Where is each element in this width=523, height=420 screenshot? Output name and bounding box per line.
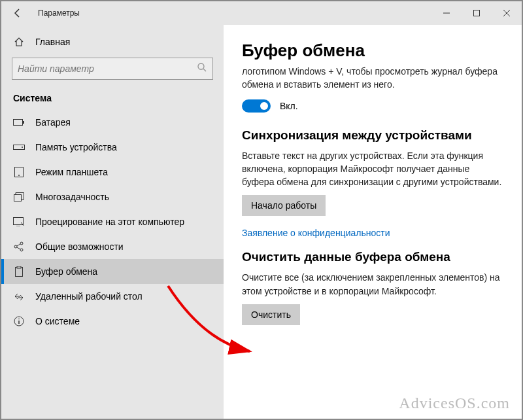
clear-button[interactable]: Очистить: [242, 304, 300, 325]
toggle-label: Вкл.: [280, 101, 298, 111]
maximize-button[interactable]: [462, 1, 492, 25]
clipboard-icon: [13, 266, 25, 277]
minimize-button[interactable]: [431, 1, 462, 25]
main-panel: Буфер обмена логотипом Windows + V, чтоб…: [224, 25, 522, 419]
window-title: Параметры: [29, 9, 80, 18]
search-input[interactable]: [18, 63, 197, 74]
sidebar-item-shared[interactable]: Общие возможности: [1, 234, 224, 259]
svg-point-16: [20, 249, 23, 251]
sidebar-item-label: Буфер обмена: [35, 266, 97, 277]
clear-desc: Очистите все (за исключением закрепленны…: [242, 271, 503, 298]
sidebar-item-label: Режим планшета: [35, 167, 108, 177]
search-input-container[interactable]: [12, 58, 213, 80]
sidebar-item-label: О системе: [35, 316, 80, 326]
storage-icon: [13, 143, 25, 151]
sync-heading: Синхронизация между устройствами: [242, 128, 503, 143]
svg-rect-12: [14, 195, 22, 201]
clear-heading: Очистить данные буфера обмена: [242, 250, 503, 264]
sidebar-item-storage[interactable]: Память устройства: [1, 135, 224, 160]
svg-point-4: [198, 63, 204, 69]
sidebar-item-about[interactable]: О системе: [1, 309, 224, 334]
sidebar-section-label: Система: [1, 90, 224, 110]
sidebar-item-label: Память устройства: [35, 142, 117, 152]
shared-icon: [13, 241, 25, 252]
svg-point-15: [20, 242, 23, 245]
sidebar-item-projecting[interactable]: Проецирование на этот компьютер: [1, 209, 224, 234]
remote-icon: [13, 291, 25, 302]
svg-line-5: [203, 69, 206, 71]
projecting-icon: [13, 217, 25, 226]
close-button[interactable]: [492, 1, 522, 25]
svg-rect-19: [16, 268, 23, 277]
page-title: Буфер обмена: [242, 41, 503, 61]
sidebar-item-multitasking[interactable]: Многозадачность: [1, 184, 224, 209]
clipboard-history-toggle[interactable]: [242, 99, 271, 113]
sidebar-item-clipboard[interactable]: Буфер обмена: [1, 259, 224, 284]
home-icon: [13, 37, 25, 47]
sidebar-item-tablet[interactable]: Режим планшета: [1, 160, 224, 184]
sidebar-item-label: Многозадачность: [35, 192, 109, 202]
svg-line-18: [17, 247, 20, 249]
svg-point-9: [22, 147, 23, 148]
sidebar-home[interactable]: Главная: [1, 34, 224, 56]
sidebar-item-battery[interactable]: Батарея: [1, 110, 224, 135]
get-started-button[interactable]: Начало работы: [242, 195, 326, 216]
back-button[interactable]: [7, 2, 29, 24]
sidebar-item-label: Батарея: [35, 117, 71, 128]
svg-point-11: [18, 175, 20, 176]
sidebar-item-remote[interactable]: Удаленный рабочий стол: [1, 284, 224, 309]
info-icon: [13, 316, 25, 326]
search-icon: [197, 62, 207, 75]
svg-rect-7: [23, 121, 24, 124]
sidebar-item-label: Удаленный рабочий стол: [35, 291, 143, 302]
svg-rect-1: [474, 10, 480, 16]
sidebar-item-label: Общие возможности: [35, 241, 124, 252]
sidebar-home-label: Главная: [35, 37, 70, 47]
svg-rect-6: [14, 120, 23, 126]
multitasking-icon: [13, 192, 25, 201]
svg-point-23: [18, 319, 20, 320]
sidebar: Главная Система Батарея Память устройств…: [1, 25, 224, 419]
svg-point-14: [14, 245, 17, 248]
sidebar-item-label: Проецирование на этот компьютер: [35, 217, 184, 227]
tablet-icon: [13, 167, 25, 177]
svg-line-17: [17, 244, 20, 246]
clipboard-history-desc: логотипом Windows + V, чтобы просмотреть…: [242, 65, 503, 92]
privacy-link[interactable]: Заявление о конфиденциальности: [242, 228, 503, 238]
sync-desc: Вставьте текст на других устройствах. Ес…: [242, 149, 503, 189]
svg-rect-20: [17, 266, 21, 268]
battery-icon: [13, 118, 25, 126]
